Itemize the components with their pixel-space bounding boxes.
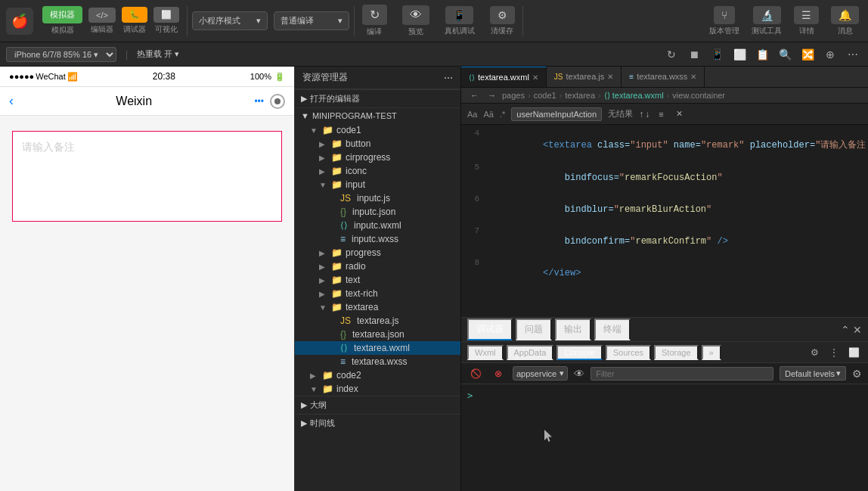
- timeline-header[interactable]: ▶ 时间线: [295, 415, 460, 432]
- tab-close-button-3[interactable]: ✕: [690, 73, 696, 81]
- tab-close-button[interactable]: ✕: [532, 73, 538, 82]
- devtools-settings-icon[interactable]: ⚙: [806, 344, 823, 361]
- test-button[interactable]: 🔬: [753, 6, 781, 24]
- folder-progress[interactable]: ▶ 📁 progress: [295, 246, 460, 259]
- compile-dropdown[interactable]: 普通编译 ▾: [274, 11, 349, 30]
- wxss-file-icon: ≡: [340, 234, 346, 244]
- details-button[interactable]: ☰: [794, 6, 819, 24]
- phone-icon-btn[interactable]: 📱: [708, 45, 726, 64]
- devtools-menu-icon[interactable]: ⋮: [826, 344, 842, 361]
- stop-icon-btn[interactable]: ⏹: [685, 45, 703, 64]
- folder-text-rich[interactable]: ▶ 📁 text-rich: [295, 287, 460, 300]
- console-error-icon[interactable]: ⊗: [490, 365, 507, 382]
- root-header[interactable]: ▼ MINIPROGRAM-TEST: [295, 108, 460, 123]
- file-inputc-wxss[interactable]: ≡ inputc.wxss: [295, 232, 460, 246]
- nav-forward-editor-btn[interactable]: →: [485, 90, 499, 101]
- tab-output[interactable]: 输出: [555, 319, 591, 340]
- nav-back-editor-btn[interactable]: ←: [467, 90, 482, 101]
- subtab-appdata[interactable]: AppData: [507, 345, 554, 360]
- appservice-select[interactable]: appservice ▾: [513, 366, 568, 381]
- subtab-sources[interactable]: Sources: [606, 345, 651, 360]
- file-inputc-json[interactable]: {} inputc.json: [295, 205, 460, 219]
- file-textarea-json[interactable]: {} textarea.json: [295, 328, 460, 341]
- devtools-close-btn[interactable]: ✕: [853, 324, 862, 336]
- console-clear-icon[interactable]: 🚫: [467, 365, 484, 382]
- file-inputc-wxml[interactable]: ⟨⟩ inputc.wxml: [295, 219, 460, 232]
- compile-button[interactable]: ↻: [362, 5, 387, 25]
- tab-problems[interactable]: 问题: [516, 319, 552, 340]
- folder-iconc[interactable]: ▶ 📁 iconc: [295, 164, 460, 178]
- find-menu-button[interactable]: ≡: [656, 109, 666, 120]
- devtools-minimize-btn[interactable]: ⌃: [841, 324, 850, 336]
- layout-icon-btn[interactable]: ⬜: [730, 45, 749, 64]
- mode-dropdown[interactable]: 小程序模式 ▾: [192, 11, 268, 30]
- nav-record-button[interactable]: [270, 94, 285, 109]
- open-editors-header[interactable]: ▶ 打开的编辑器: [295, 90, 460, 107]
- console-eye-icon[interactable]: 👁: [574, 368, 584, 380]
- subtab-more[interactable]: »: [702, 345, 721, 360]
- file-textarea-wxml[interactable]: ⟨⟩ textarea.wxml: [295, 341, 460, 355]
- tab-terminal[interactable]: 终端: [594, 319, 631, 340]
- simulator-button[interactable]: 模拟器: [42, 6, 82, 23]
- folder-textarea[interactable]: ▼ 📁 textarea: [295, 300, 460, 314]
- notification-button[interactable]: 🔔: [831, 6, 859, 24]
- folder-radio[interactable]: ▶ 📁 radio: [295, 259, 460, 273]
- outline-header[interactable]: ▶ 大纲: [295, 396, 460, 414]
- subtab-wxml[interactable]: Wxml: [467, 345, 504, 360]
- file-inputc-js[interactable]: JS inputc.js: [295, 191, 460, 205]
- search-input[interactable]: [511, 107, 602, 121]
- code-editor[interactable]: 4 <textarea class="input" name="remark" …: [461, 125, 868, 317]
- folder-code1[interactable]: ▼ 📁 code1: [295, 123, 460, 137]
- folder-cirprogress[interactable]: ▶ 📁 cirprogress: [295, 151, 460, 164]
- hotreload-button[interactable]: 热重载 开 ▾: [137, 48, 179, 60]
- folder-index[interactable]: ▼ 📁 index: [295, 382, 460, 396]
- folder-button[interactable]: ▶ 📁 button: [295, 137, 460, 151]
- file-textarea-js[interactable]: JS textarea.js: [295, 314, 460, 328]
- settings-icon-btn[interactable]: ⋯: [844, 45, 862, 64]
- editor-button[interactable]: </>: [88, 8, 116, 23]
- refresh-icon-btn[interactable]: ↻: [662, 45, 680, 64]
- add-icon-btn[interactable]: ⊕: [821, 45, 839, 64]
- visual-button[interactable]: ⬜: [153, 7, 179, 23]
- copy-icon-btn[interactable]: 📋: [753, 45, 771, 64]
- chevron-down-icon: ▼: [310, 385, 319, 393]
- tab-debugger[interactable]: 调试器: [467, 319, 513, 340]
- code-line-4: 4 <textarea class="input" name="remark" …: [461, 128, 868, 162]
- file-textarea-wxss[interactable]: ≡ textarea.wxss: [295, 355, 460, 368]
- debug-button[interactable]: 🐛: [122, 7, 147, 23]
- root-section: ▼ MINIPROGRAM-TEST ▼ 📁 code1 ▶ 📁 button …: [295, 107, 460, 396]
- tab-textarea-js[interactable]: JS textarea.js ✕: [547, 67, 622, 87]
- folder-input[interactable]: ▼ 📁 input: [295, 178, 460, 191]
- device-select[interactable]: iPhone 6/7/8 85% 16 ▾: [6, 47, 116, 62]
- folder-code2-label: code2: [336, 370, 361, 381]
- hotreload-label: 热重载 开 ▾: [137, 48, 179, 60]
- textarea-component[interactable]: 请输入备注: [12, 131, 282, 222]
- devtools-dock-icon[interactable]: ⬜: [845, 344, 862, 361]
- find-prev-button[interactable]: ↑: [639, 109, 643, 120]
- test-btn-label: 测试工具: [752, 26, 782, 36]
- notification-btn-label: 消息: [838, 26, 853, 36]
- shuffle-icon-btn[interactable]: 🔀: [798, 45, 817, 64]
- tab-close-button-2[interactable]: ✕: [607, 73, 613, 81]
- timeline-section: ▶ 时间线: [295, 414, 460, 432]
- subtab-storage[interactable]: Storage: [654, 345, 699, 360]
- find-next-button[interactable]: ↓: [645, 109, 649, 120]
- default-levels-dropdown[interactable]: Default levels ▾: [780, 366, 846, 381]
- version-button[interactable]: ⑂: [714, 6, 735, 24]
- console-filter-input[interactable]: [591, 367, 773, 381]
- preview-button[interactable]: 👁: [402, 5, 429, 25]
- tab-textarea-wxml[interactable]: ⟨⟩ textarea.wxml ✕: [461, 67, 547, 87]
- tab-textarea-wxss[interactable]: ≡ textarea.wxss ✕: [622, 67, 705, 87]
- subtab-console[interactable]: Console: [556, 345, 602, 360]
- explorer-more-icon[interactable]: ⋯: [444, 73, 453, 83]
- cache-button[interactable]: ⚙: [490, 6, 515, 24]
- nav-dots-button[interactable]: •••: [254, 96, 264, 107]
- console-gear-icon[interactable]: ⚙: [852, 368, 862, 380]
- console-body[interactable]: >: [461, 384, 868, 491]
- chevron-right-icon: ▶: [319, 263, 328, 271]
- folder-code2[interactable]: ▶ 📁 code2: [295, 368, 460, 382]
- find-close-button[interactable]: ✕: [673, 108, 686, 120]
- folder-text[interactable]: ▶ 📁 text: [295, 273, 460, 287]
- real-device-button[interactable]: 📱: [445, 6, 473, 24]
- search-icon-btn[interactable]: 🔍: [776, 45, 794, 64]
